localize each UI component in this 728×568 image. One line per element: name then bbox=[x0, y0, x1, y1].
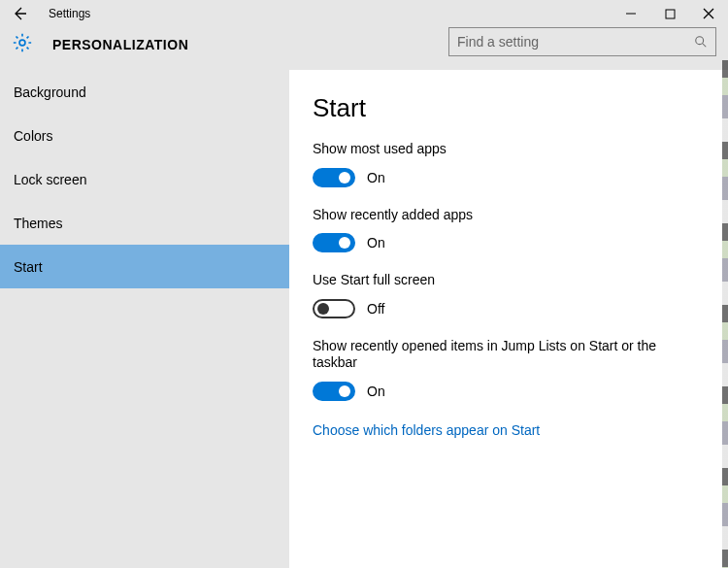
search-box[interactable] bbox=[448, 27, 716, 56]
toggle-state: On bbox=[367, 235, 385, 251]
toggle-row: On bbox=[313, 168, 699, 187]
search-input[interactable] bbox=[457, 34, 694, 50]
close-button[interactable] bbox=[689, 0, 728, 27]
gear-icon bbox=[12, 32, 33, 57]
toggle-recently-added-apps[interactable] bbox=[313, 233, 355, 252]
back-arrow-icon bbox=[12, 6, 27, 21]
setting-label: Show recently opened items in Jump Lists… bbox=[313, 338, 691, 372]
sidebar-item-label: Themes bbox=[14, 216, 63, 231]
toggle-row: On bbox=[313, 382, 699, 401]
toggle-row: Off bbox=[313, 299, 699, 318]
setting-label: Use Start full screen bbox=[313, 272, 699, 289]
titlebar: Settings bbox=[0, 0, 728, 27]
close-icon bbox=[703, 8, 714, 19]
choose-folders-link[interactable]: Choose which folders appear on Start bbox=[313, 422, 540, 438]
maximize-icon bbox=[665, 9, 676, 19]
page-title: Start bbox=[313, 93, 699, 123]
search-icon bbox=[694, 35, 708, 49]
main: Start Show most used apps On Show recent… bbox=[289, 70, 728, 568]
svg-point-4 bbox=[19, 40, 25, 46]
header: PERSONALIZATION bbox=[0, 27, 728, 70]
section-title: PERSONALIZATION bbox=[52, 37, 188, 52]
toggle-full-screen[interactable] bbox=[313, 299, 355, 318]
body: Background Colors Lock screen Themes Sta… bbox=[0, 70, 728, 568]
sidebar-item-lock-screen[interactable]: Lock screen bbox=[0, 157, 289, 201]
svg-point-5 bbox=[696, 37, 704, 45]
setting-label: Show most used apps bbox=[313, 141, 699, 158]
sidebar-item-label: Lock screen bbox=[14, 172, 86, 187]
sidebar-item-label: Background bbox=[14, 84, 86, 100]
sidebar-item-start[interactable]: Start bbox=[0, 245, 289, 288]
setting-label: Show recently added apps bbox=[313, 207, 699, 224]
toggle-state: On bbox=[367, 384, 385, 399]
toggle-knob bbox=[339, 237, 350, 249]
setting-recently-added-apps: Show recently added apps On bbox=[313, 207, 699, 253]
sidebar-item-label: Colors bbox=[14, 128, 52, 144]
minimize-icon bbox=[625, 8, 637, 19]
toggle-row: On bbox=[313, 233, 699, 252]
window-controls bbox=[612, 0, 728, 27]
svg-rect-1 bbox=[666, 10, 675, 18]
sidebar-item-label: Start bbox=[14, 259, 43, 275]
right-edge-strip bbox=[722, 60, 728, 568]
toggle-knob bbox=[317, 303, 329, 315]
setting-jump-lists: Show recently opened items in Jump Lists… bbox=[313, 338, 699, 401]
toggle-state: Off bbox=[367, 301, 384, 317]
toggle-most-used-apps[interactable] bbox=[313, 168, 355, 187]
maximize-button[interactable] bbox=[650, 0, 689, 27]
toggle-state: On bbox=[367, 170, 385, 185]
sidebar-item-themes[interactable]: Themes bbox=[0, 201, 289, 245]
setting-full-screen: Use Start full screen Off bbox=[313, 272, 699, 318]
back-button[interactable] bbox=[0, 0, 39, 27]
svg-line-6 bbox=[703, 44, 707, 48]
sidebar-item-colors[interactable]: Colors bbox=[0, 114, 289, 157]
toggle-knob bbox=[339, 172, 350, 184]
window-title: Settings bbox=[49, 7, 90, 20]
sidebar-item-background[interactable]: Background bbox=[0, 70, 289, 114]
minimize-button[interactable] bbox=[612, 0, 650, 27]
toggle-jump-lists[interactable] bbox=[313, 382, 355, 401]
setting-most-used-apps: Show most used apps On bbox=[313, 141, 699, 187]
toggle-knob bbox=[339, 385, 350, 397]
sidebar: Background Colors Lock screen Themes Sta… bbox=[0, 70, 289, 568]
